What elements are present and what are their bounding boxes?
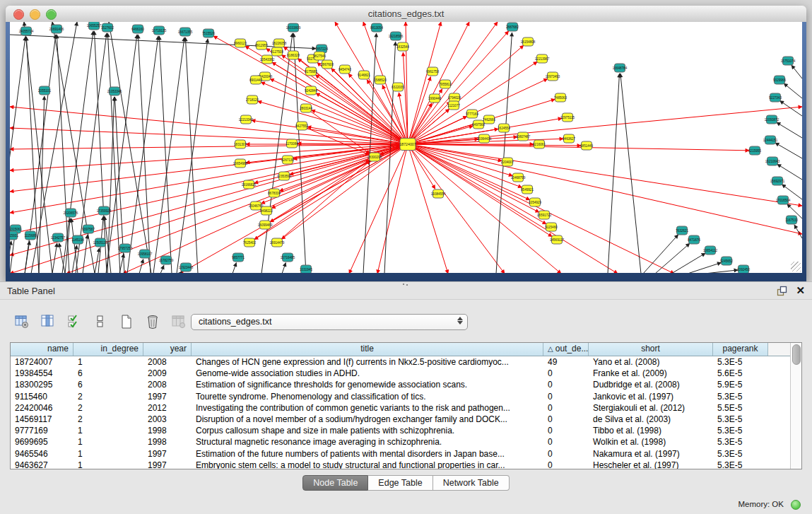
graph-node[interactable]: 10973493 [546, 72, 560, 81]
table-row[interactable]: 969969511998Structural magnetic resonanc… [11, 436, 801, 448]
graph-node[interactable]: 15751074 [781, 57, 796, 65]
graph-node[interactable]: 7485063 [554, 93, 567, 102]
graph-node[interactable]: 21053346 [107, 87, 122, 95]
graph-node[interactable]: 16591722 [537, 211, 552, 219]
graph-node[interactable]: 10655257 [87, 22, 102, 30]
memory-status-icon[interactable] [791, 500, 801, 510]
tab-network-table[interactable]: Network Table [433, 475, 510, 491]
graph-node[interactable]: 12213967 [535, 54, 550, 63]
network-graph[interactable]: 2405572420691406106552571527602646616010… [10, 22, 802, 273]
resize-grip-icon[interactable] [791, 262, 801, 271]
graph-node[interactable]: 1832544 [396, 42, 409, 51]
graph-node[interactable]: 2803144 [300, 104, 312, 112]
table-row[interactable]: 946362711997Embryonic stem cells: a mode… [11, 460, 801, 469]
table-row[interactable]: 1830029562008Estimation of significance … [11, 379, 801, 390]
table-row[interactable]: 977716911998Corpus callosum shape and si… [11, 425, 801, 436]
column-header-title[interactable]: title [192, 343, 543, 356]
graph-node[interactable]: 6466160 [131, 25, 144, 33]
graph-node[interactable]: 9146821 [358, 71, 370, 79]
graph-node[interactable]: 9115460 [545, 223, 558, 231]
graph-node[interactable]: 8186328 [287, 51, 300, 59]
graph-node[interactable]: 16099469 [258, 221, 273, 229]
graph-node[interactable]: 9498222 [260, 206, 273, 215]
column-header-out-de-[interactable]: △out_de... [543, 343, 589, 356]
graph-node[interactable]: 6497568 [472, 120, 485, 129]
network-table-select[interactable]: citations_edges.txt [191, 314, 468, 330]
graph-node[interactable]: 2887682 [506, 23, 519, 31]
graph-node[interactable]: 3915931 [10, 231, 18, 240]
graph-node[interactable]: 12923448 [179, 263, 194, 271]
graph-node[interactable]: 9463627 [563, 134, 575, 143]
graph-node[interactable]: 2867608 [321, 60, 334, 69]
graph-node[interactable]: 7515526 [202, 29, 215, 37]
graph-node[interactable]: 9227343 [769, 93, 782, 102]
graph-node[interactable]: 10468799 [511, 173, 526, 182]
graph-node[interactable]: 1115689 [24, 231, 37, 240]
graph-node[interactable]: 8427552 [295, 122, 308, 130]
graph-node[interactable]: 20364436 [477, 134, 492, 143]
graph-node[interactable]: 1990448 [428, 94, 441, 103]
graph-node[interactable]: 8813054 [370, 23, 383, 32]
graph-node[interactable]: 1170084 [286, 139, 298, 148]
graph-node[interactable]: 8322035 [392, 83, 404, 91]
graph-node[interactable]: 1092450 [737, 265, 750, 273]
panel-splitter[interactable] [401, 282, 410, 287]
graph-node[interactable]: 20206576 [64, 209, 78, 217]
graph-node[interactable]: 1054929 [529, 198, 541, 206]
graph-node[interactable]: 6216061 [533, 140, 546, 148]
graph-node[interactable]: 10807487 [516, 132, 531, 141]
graph-node[interactable]: 12213343 [239, 115, 254, 124]
graph-node[interactable]: 2055101 [38, 86, 51, 95]
graph-node[interactable]: 17957253 [118, 244, 133, 252]
graph-node[interactable]: 19166825 [242, 180, 257, 189]
network-canvas[interactable]: 2405572420691406106552571527602646616010… [10, 22, 802, 273]
graph-node[interactable]: 20691406 [49, 25, 64, 33]
graph-node[interactable]: 6794028 [448, 93, 461, 102]
graph-node[interactable]: 16648784 [613, 64, 628, 72]
graph-node[interactable]: 9175685 [305, 67, 317, 76]
graph-node[interactable]: 6961758 [426, 67, 439, 76]
graph-node[interactable]: 8471676 [688, 235, 700, 244]
graph-node[interactable]: 8912955 [255, 41, 268, 49]
graph-node[interactable]: 1527602 [101, 23, 114, 32]
graph-node[interactable]: 12975115 [560, 113, 575, 122]
graph-node[interactable]: 10543382 [260, 55, 275, 64]
graph-node[interactable]: 18226058 [272, 39, 287, 47]
window-titlebar[interactable]: citations_edges.txt [6, 6, 806, 23]
graph-node[interactable]: 6851449 [580, 141, 593, 150]
graph-node[interactable]: 12444151 [763, 136, 778, 144]
graph-node[interactable]: 7955812 [439, 80, 452, 88]
column-header-name[interactable]: name [11, 343, 73, 356]
delete-columns-icon[interactable] [145, 314, 160, 329]
graph-node[interactable]: 24055724 [19, 27, 34, 35]
table-row[interactable]: 946554611997Estimation of the future num… [11, 448, 801, 460]
graph-node[interactable]: 9242844 [305, 86, 317, 95]
graph-node[interactable]: 8267130 [281, 156, 294, 164]
graph-node[interactable]: 9827546 [313, 52, 326, 60]
graph-node[interactable]: 17359924 [97, 206, 112, 215]
graph-node[interactable]: 16782759 [159, 256, 174, 264]
table-row[interactable]: 1872400712008Changes of HCN gene express… [11, 356, 801, 368]
graph-node[interactable]: 9397587 [82, 225, 95, 233]
graph-node[interactable]: 15716485 [281, 253, 295, 262]
graph-node[interactable]: 12353594 [277, 172, 292, 180]
graph-node[interactable]: 1588520 [374, 76, 387, 84]
table-row[interactable]: 1456911722003Disruption of a novel membe… [11, 414, 801, 425]
graph-node[interactable]: 12505135 [93, 238, 108, 247]
graph-node[interactable]: 2718120 [246, 95, 259, 104]
graph-node[interactable]: 8901440 [249, 76, 262, 84]
graph-node[interactable]: 7632621 [676, 226, 688, 235]
graph-node[interactable]: 14569117 [550, 235, 565, 244]
panel-float-icon[interactable] [777, 286, 787, 296]
graph-node[interactable]: 7625402 [243, 238, 256, 247]
graph-node[interactable]: 10654112 [703, 246, 718, 255]
graph-node[interactable]: 1145194 [71, 235, 84, 244]
graph-node[interactable]: 12342757 [51, 233, 66, 242]
graph-node[interactable]: 9245652 [720, 257, 733, 265]
column-header-in-degree[interactable]: in_degree [73, 343, 143, 356]
table-row[interactable]: 911546021997Tourette syndrome. Phenomeno… [11, 391, 801, 402]
table-options-icon[interactable] [14, 314, 30, 329]
table-row[interactable]: 1938455462009Genome-wide association stu… [11, 368, 801, 379]
graph-node[interactable]: 16210643 [765, 157, 780, 165]
row-height-icon[interactable] [93, 314, 108, 329]
